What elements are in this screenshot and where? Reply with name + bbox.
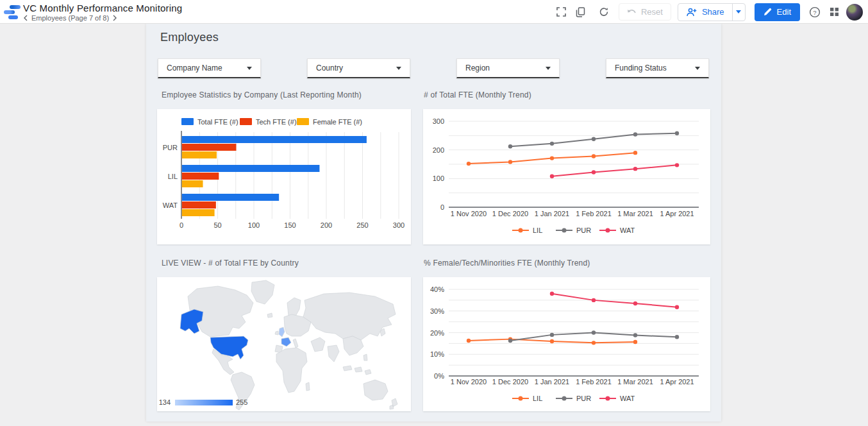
filter-funding-status[interactable]: Funding Status <box>606 58 709 78</box>
page-navigation: Employees (Page 7 of 8) <box>23 14 117 22</box>
help-icon[interactable]: ? <box>805 3 824 22</box>
region-alaska <box>180 309 203 334</box>
chevron-down-icon <box>396 67 401 70</box>
app-header: VC Monthly Performance Monitoring Employ… <box>0 0 868 24</box>
chevron-down-icon <box>247 67 252 70</box>
svg-text:1 Jan 2021: 1 Jan 2021 <box>535 210 569 217</box>
svg-text:150: 150 <box>284 221 296 229</box>
filter-label: Company Name <box>167 64 222 72</box>
region-iceland <box>267 313 272 318</box>
svg-text:1 Dec 2020: 1 Dec 2020 <box>492 378 528 386</box>
svg-text:0: 0 <box>179 221 183 229</box>
region-greenland <box>251 280 274 304</box>
page-nav-label[interactable]: Employees (Page 7 of 8) <box>31 14 109 22</box>
svg-text:250: 250 <box>356 221 368 229</box>
svg-text:1 Jan 2021: 1 Jan 2021 <box>535 378 569 386</box>
region-madagascar <box>306 382 310 391</box>
bar-chart-employee-stats[interactable]: Total FTE (#)Tech FTE (#)Female FTE (#)0… <box>157 109 411 244</box>
svg-text:100: 100 <box>433 175 444 182</box>
copy-pages-icon[interactable] <box>571 3 590 22</box>
svg-text:300: 300 <box>393 221 405 229</box>
svg-text:LIL: LIL <box>533 226 542 234</box>
region-australia <box>363 380 388 400</box>
fullscreen-icon[interactable] <box>552 3 571 22</box>
filter-region[interactable]: Region <box>456 58 560 78</box>
user-avatar[interactable] <box>846 4 863 21</box>
svg-text:1 Apr 2021: 1 Apr 2021 <box>660 210 694 217</box>
region-united-kingdom <box>279 327 285 337</box>
svg-text:PUR: PUR <box>576 395 591 402</box>
region-france <box>281 337 291 346</box>
region-ireland <box>275 331 278 335</box>
svg-text:WAT: WAT <box>620 226 635 234</box>
svg-text:Female FTE (#): Female FTE (#) <box>313 118 362 126</box>
region-philippines <box>363 354 367 361</box>
reset-label: Reset <box>641 7 663 17</box>
svg-text:1 Mar 2021: 1 Mar 2021 <box>617 210 653 217</box>
filter-label: Region <box>465 64 490 72</box>
svg-text:30%: 30% <box>430 307 444 315</box>
svg-text:?: ? <box>813 8 816 15</box>
edit-button[interactable]: Edit <box>755 3 800 21</box>
chart-title-total-fte-trend: # of Total FTE (Monthly Trend) <box>424 90 531 99</box>
svg-text:1 Nov 2020: 1 Nov 2020 <box>451 378 487 386</box>
svg-text:WAT: WAT <box>163 201 178 209</box>
report-canvas: Employees Company Name Country Region Fu… <box>146 24 721 422</box>
edit-label: Edit <box>777 7 791 17</box>
apps-grid-icon[interactable] <box>824 3 844 22</box>
svg-text:300: 300 <box>433 117 444 125</box>
svg-text:20%: 20% <box>430 329 444 337</box>
line-chart-total-fte[interactable]: 01002003001 Nov 20201 Dec 20201 Jan 2021… <box>423 109 710 244</box>
svg-text:1 Apr 2021: 1 Apr 2021 <box>660 378 694 386</box>
svg-text:PUR: PUR <box>576 226 591 234</box>
prev-page-icon[interactable] <box>23 15 28 21</box>
filter-company-name[interactable]: Company Name <box>158 58 261 78</box>
pencil-icon <box>764 8 772 16</box>
undo-icon <box>627 8 637 16</box>
reset-button[interactable]: Reset <box>619 3 671 21</box>
region-middle-east <box>311 337 325 352</box>
region-africa <box>276 348 307 393</box>
chart-title-pct-fte-trend: % Female/Tech/Minorities FTE (Monthly Tr… <box>424 259 590 268</box>
scale-max-label: 255 <box>236 398 247 406</box>
share-dropdown-caret-icon[interactable] <box>732 4 745 21</box>
chevron-down-icon <box>546 67 551 70</box>
region-indonesia-2 <box>355 367 362 372</box>
scale-min-label: 134 <box>159 398 171 406</box>
chart-title-employee-stats: Employee Statistics by Company (Last Rep… <box>162 90 362 99</box>
svg-text:1 Nov 2020: 1 Nov 2020 <box>451 210 487 217</box>
svg-text:LIL: LIL <box>533 395 542 402</box>
svg-text:Tech FTE (#): Tech FTE (#) <box>256 118 297 126</box>
region-new-zealand <box>390 398 397 409</box>
svg-text:WAT: WAT <box>620 395 635 402</box>
svg-text:1 Feb 2021: 1 Feb 2021 <box>576 378 612 386</box>
svg-text:0: 0 <box>440 203 444 211</box>
filter-country[interactable]: Country <box>307 58 410 78</box>
geo-map-total-fte[interactable]: 134 255 <box>157 277 411 411</box>
svg-text:1 Mar 2021: 1 Mar 2021 <box>617 378 653 386</box>
datastudio-logo-icon[interactable] <box>4 5 21 19</box>
chart-title-map: LIVE VIEW - # of Total FTE by Country <box>162 259 299 268</box>
person-add-icon <box>686 8 697 17</box>
svg-text:1 Dec 2020: 1 Dec 2020 <box>492 210 528 217</box>
next-page-icon[interactable] <box>112 15 117 21</box>
region-italy <box>293 339 298 348</box>
refresh-icon[interactable] <box>594 3 613 22</box>
svg-text:200: 200 <box>321 221 332 229</box>
region-india <box>328 345 339 362</box>
region-indonesia-3 <box>365 370 371 375</box>
filter-label: Funding Status <box>615 64 667 72</box>
map-color-scale: 134 255 <box>159 398 248 406</box>
svg-text:40%: 40% <box>430 285 444 293</box>
svg-text:10%: 10% <box>430 350 444 358</box>
line-chart-pct-fte[interactable]: 0%10%20%30%40%1 Nov 20201 Dec 20201 Jan … <box>423 277 710 411</box>
svg-text:LIL: LIL <box>168 173 178 180</box>
svg-text:0%: 0% <box>434 372 444 380</box>
world-map <box>180 280 397 410</box>
svg-text:200: 200 <box>433 146 444 154</box>
share-button[interactable]: Share <box>678 4 732 21</box>
svg-text:1 Feb 2021: 1 Feb 2021 <box>576 210 612 217</box>
svg-text:PUR: PUR <box>163 144 178 151</box>
share-button-group: Share <box>678 3 746 21</box>
share-label: Share <box>702 7 724 17</box>
